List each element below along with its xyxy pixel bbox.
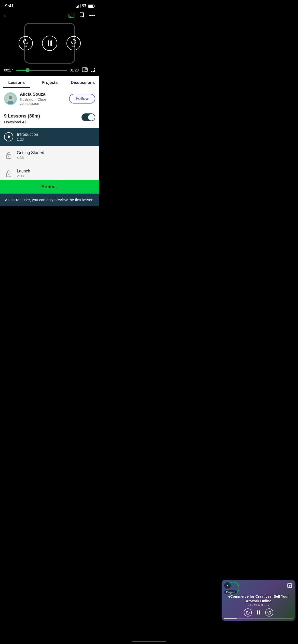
tab-projects[interactable]: Projects [33, 76, 66, 88]
wifi-icon [82, 4, 86, 8]
svg-point-8 [8, 156, 9, 157]
free-note: As a Free user, you can only preview the… [0, 194, 99, 206]
svg-point-5 [9, 96, 12, 99]
lesson-info-1: Introduction 1:23 [17, 132, 95, 141]
bookmark-icon[interactable] [79, 12, 84, 19]
play-triangle [8, 135, 11, 139]
status-bar: 9:41 [0, 0, 99, 10]
lesson-duration-2: 4:36 [17, 156, 95, 160]
video-top-bar: ‹ ••• [0, 10, 99, 21]
lessons-count: 9 Lessons (30m) [4, 113, 40, 119]
video-top-right: ••• [68, 12, 95, 19]
lesson-title-2: Getting Started [17, 151, 95, 155]
pause-icon [48, 40, 52, 46]
svg-point-1 [68, 17, 69, 18]
cast-icon[interactable] [68, 13, 74, 18]
lesson-item-3[interactable]: Launch 2:03 [0, 164, 99, 180]
lesson-item-1[interactable]: Introduction 1:23 [0, 128, 99, 146]
lesson-item-2[interactable]: Getting Started 4:36 [0, 146, 99, 164]
content-area: Alicia Souza Illustrator | Chips connois… [0, 88, 99, 206]
play-icon [4, 132, 13, 141]
download-toggle[interactable] [82, 113, 95, 121]
more-options-icon[interactable]: ••• [89, 13, 95, 19]
svg-point-10 [8, 174, 9, 175]
rewind-label: 10 [24, 45, 27, 47]
lesson-title-1: Introduction [17, 132, 95, 137]
lesson-duration-3: 2:03 [17, 174, 95, 178]
status-icons [76, 4, 94, 8]
lesson-info-3: Launch 2:03 [17, 169, 95, 178]
video-bottom-bar: 00:17 01:23 [0, 65, 99, 76]
back-button[interactable]: ‹ [4, 12, 6, 19]
lesson-duration-1: 1:23 [17, 137, 95, 141]
progress-fill [16, 70, 28, 71]
play-circle [4, 132, 13, 141]
tabs: Lessons Projects Discussions [0, 76, 99, 88]
author-section: Alicia Souza Illustrator | Chips connois… [0, 88, 99, 109]
author-name: Alicia Souza [20, 92, 66, 97]
signal-bars-icon [76, 5, 80, 8]
premium-banner[interactable]: Premi... [0, 180, 99, 194]
tab-lessons[interactable]: Lessons [0, 76, 33, 88]
toggle-knob [88, 114, 95, 121]
lock-icon-3 [4, 169, 13, 178]
premium-label: Premi... [41, 184, 58, 189]
author-title: Illustrator | Chips connoisseur [20, 97, 66, 106]
svg-rect-3 [85, 70, 87, 71]
fullscreen-button[interactable] [90, 67, 95, 73]
battery-icon [88, 5, 94, 8]
forward-label: 10 [72, 45, 75, 47]
total-time: 01:23 [70, 68, 79, 72]
forward-button[interactable]: 10 [66, 36, 81, 50]
lock-icon-2 [4, 151, 13, 160]
lesson-info-2: Getting Started 4:36 [17, 151, 95, 160]
video-player: ‹ ••• [0, 10, 99, 76]
follow-button[interactable]: Follow [69, 94, 95, 104]
pause-button[interactable] [42, 36, 57, 51]
download-all-label: Download All [4, 120, 40, 124]
progress-dot [25, 68, 30, 72]
avatar [4, 92, 17, 105]
current-time: 00:17 [4, 68, 14, 72]
avatar-image [4, 92, 17, 105]
progress-bar[interactable] [16, 70, 67, 71]
video-controls: 10 10 [0, 21, 99, 65]
pip-button[interactable] [82, 67, 88, 73]
free-note-text: As a Free user, you can only preview the… [5, 198, 94, 202]
rewind-button[interactable]: 10 [19, 36, 33, 50]
status-time: 9:41 [5, 4, 14, 9]
author-info: Alicia Souza Illustrator | Chips connois… [20, 92, 66, 106]
tab-discussions[interactable]: Discussions [66, 76, 99, 88]
lesson-title-3: Launch [17, 169, 95, 173]
